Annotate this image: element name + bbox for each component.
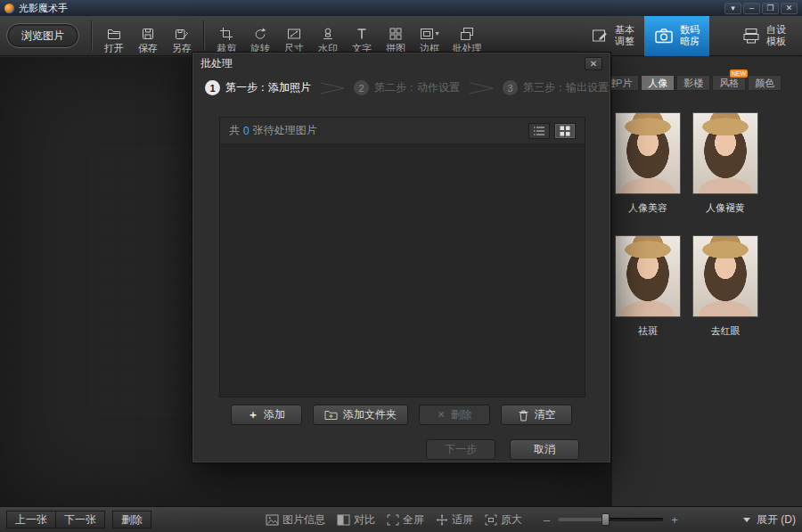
next-image-button[interactable]: 下一张 [56,511,105,528]
save-icon [141,27,155,41]
zoom-in-button[interactable]: + [671,513,678,527]
watermark-button[interactable]: 水印 [311,17,345,55]
preset-portrait-deyellow[interactable]: 人像褪黄 [692,112,759,235]
app-window: 光影魔术手 ▾ – ❐ ✕ 浏览图片 打开 保存 另存 裁剪 [0,0,802,532]
dialog-titlebar: 批处理 ✕ [192,53,610,74]
tab-studio[interactable]: 影楼 [676,75,710,91]
dialog-footer: 下一步 取消 [426,439,579,460]
mode-custom-template[interactable]: 自设 模板 [732,16,796,56]
rotate-icon [253,27,267,41]
chevron-down-icon: ▾ [435,30,438,37]
photo-list-empty-area[interactable] [220,144,585,397]
open-button[interactable]: 打开 [97,17,131,55]
crop-button[interactable]: 裁剪 [209,17,243,55]
mode-digital-darkroom[interactable]: 数码 暗房 [644,16,709,56]
image-info-icon [266,514,279,526]
text-icon [355,27,369,41]
browse-images-button[interactable]: 浏览图片 [6,23,79,48]
adjust-icon [591,27,609,45]
cancel-button[interactable]: 取消 [510,439,579,460]
preset-panel: 一键P片 人像 影楼 风格NEW 颜色 人像美容 人像褪黄 祛斑 [611,57,802,506]
app-logo-icon [4,4,14,13]
save-button[interactable]: 保存 [131,17,165,55]
text-button[interactable]: 文字 [345,17,379,55]
photo-list-header: 共 0 张待处理图片 [220,118,585,144]
watermark-icon [321,27,335,41]
compare-button[interactable]: 对比 [337,512,375,528]
preset-portrait-beauty[interactable]: 人像美容 [614,112,682,235]
toolbar-separator [91,20,93,51]
remove-photos-button[interactable]: ✕ 删除 [419,405,490,425]
batch-button[interactable]: 批处理 [446,17,487,55]
statusbar: 上一张 下一张 删除 图片信息 对比 全屏 适屏 原大 [0,506,802,532]
close-button[interactable]: ✕ [781,3,798,14]
step-add-photos[interactable]: 1 第一步：添加照片 [205,80,311,95]
add-folder-icon [324,409,338,421]
nav-buttons: 上一张 下一张 [6,511,105,528]
new-badge: NEW [730,70,748,78]
dialog-close-button[interactable]: ✕ [585,57,602,70]
fullscreen-icon [387,514,399,526]
preset-remove-spots[interactable]: 祛斑 [614,235,682,358]
mode-buttons: 基本 调整 数码 暗房 自设 模板 [581,16,796,56]
save-as-button[interactable]: 另存 [165,17,199,55]
collage-button[interactable]: 拼图 [379,17,413,55]
window-controls: ▾ – ❐ ✕ [724,3,798,14]
menu-dropdown-icon[interactable]: ▾ [724,3,741,14]
zoom-slider-handle[interactable] [602,513,610,526]
toolbar-separator [203,20,205,51]
preset-thumbnail[interactable] [692,112,758,194]
list-view-button[interactable] [528,123,550,139]
zoom-out-button[interactable]: – [544,513,550,527]
previous-image-button[interactable]: 上一张 [6,511,56,528]
app-title: 光影魔术手 [19,4,68,13]
preset-remove-redeye[interactable]: 去红眼 [692,235,759,358]
add-photos-button[interactable]: ＋ 添加 [231,405,302,425]
grid-view-button[interactable] [554,123,576,139]
zoom-slider[interactable] [558,518,663,521]
preset-thumbnail[interactable] [692,235,758,317]
add-folder-button[interactable]: 添加文件夹 [313,405,408,425]
border-icon [420,27,434,41]
tab-portrait[interactable]: 人像 [641,75,675,91]
dialog-title: 批处理 [200,56,233,71]
actual-size-icon [485,514,497,526]
delete-image-button[interactable]: 删除 [112,511,151,528]
step-action-settings[interactable]: 2 第二步：动作设置 [354,80,460,95]
minimize-button[interactable]: – [743,3,760,14]
crop-icon [219,27,233,41]
preset-thumbnail[interactable] [615,235,681,317]
fit-screen-button[interactable]: 适屏 [436,512,473,528]
image-info-button[interactable]: 图片信息 [266,512,325,528]
titlebar: 光影魔术手 ▾ – ❐ ✕ [0,0,802,16]
mode-label: 模板 [766,36,786,47]
border-button[interactable]: ▾ 边框 [413,17,446,55]
fullscreen-button[interactable]: 全屏 [387,512,424,528]
step-output-settings[interactable]: 3 第三步：输出设置 [503,80,609,95]
count-prefix: 共 [229,123,240,138]
template-icon [742,27,760,45]
rotate-button[interactable]: 旋转 [243,17,277,55]
resize-button[interactable]: 尺寸 [277,17,311,55]
preset-grid: 人像美容 人像褪黄 祛斑 去红眼 [614,112,769,358]
mode-basic-adjust[interactable]: 基本 调整 [581,16,644,56]
save-as-icon [175,27,189,41]
tab-style[interactable]: 风格NEW [712,75,746,91]
zoom-control: – + [544,513,678,527]
trash-icon [518,409,529,422]
next-step-button[interactable]: 下一步 [426,439,495,460]
dialog-action-buttons: ＋ 添加 添加文件夹 ✕ 删除 清空 [192,405,610,425]
toolbar: 浏览图片 打开 保存 另存 裁剪 旋转 尺寸 水印 [0,16,802,56]
camera-icon [654,26,674,45]
maximize-button[interactable]: ❐ [762,3,779,14]
actual-size-button[interactable]: 原大 [485,512,522,528]
mode-label: 调整 [615,36,634,47]
preset-thumbnail[interactable] [615,112,681,194]
clear-photos-button[interactable]: 清空 [501,405,572,425]
expand-button[interactable]: 展开 (D) [743,512,796,528]
mode-label: 数码 [680,24,700,36]
tab-color[interactable]: 颜色 [748,75,782,91]
collage-icon [389,27,403,41]
zoom-slider-fill [558,518,604,521]
plus-icon: ＋ [248,407,258,422]
